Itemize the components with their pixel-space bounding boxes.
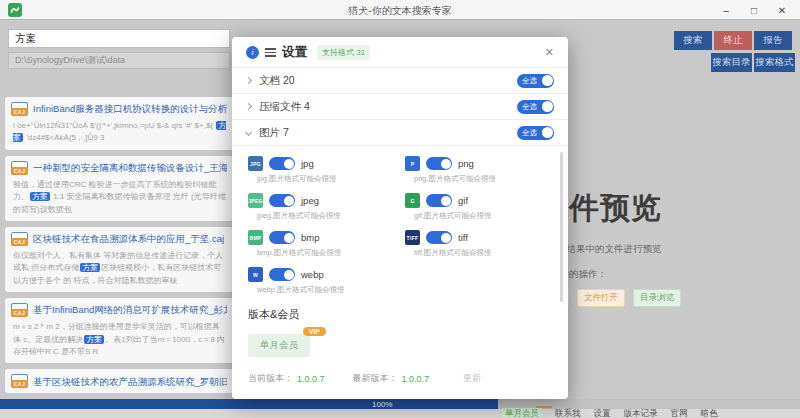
result-snippet: 你仅能对个人、私有集体 等对象的信息传递进行记录，个人或私 但分布式存储方案区块… bbox=[13, 250, 227, 287]
result-title: InfiniBand服务器接口机协议转换的设计与分析_乔楠.caj bbox=[33, 103, 227, 114]
minimize-button[interactable]: – bbox=[712, 0, 740, 20]
format-toggle[interactable] bbox=[426, 231, 452, 244]
search-directory-button[interactable]: 搜索目录 bbox=[711, 53, 752, 72]
toggle-knob bbox=[284, 270, 294, 280]
format-desc: bmp,图片格式可能会很慢 bbox=[257, 248, 387, 258]
search-button[interactable]: 搜索 bbox=[674, 31, 712, 50]
search-path-input[interactable] bbox=[8, 52, 230, 69]
format-file-icon: JPEG bbox=[248, 193, 263, 208]
toggle-knob bbox=[441, 196, 451, 206]
format-section-row[interactable]: 图片 7 全选 bbox=[232, 120, 568, 146]
format-toggle[interactable] bbox=[269, 268, 295, 281]
section-chevron-icon bbox=[245, 103, 252, 110]
maximize-button[interactable]: □ bbox=[740, 0, 768, 20]
file-type-icon-label: CAJ bbox=[11, 309, 28, 317]
preview-title: 文件预览 bbox=[538, 188, 800, 229]
keyword-input[interactable] bbox=[8, 29, 230, 48]
format-item: G gif gif,图片格式可能会很慢 bbox=[405, 193, 544, 221]
format-file-icon: G bbox=[405, 193, 420, 208]
statusbar-item[interactable]: 暗色 bbox=[701, 408, 718, 418]
select-all-toggle[interactable]: 全选 bbox=[517, 74, 554, 88]
search-format-button[interactable]: 搜索格式 bbox=[754, 53, 795, 72]
stop-button[interactable]: 终止 bbox=[714, 31, 752, 50]
format-name: gif bbox=[458, 195, 468, 206]
format-item: P png png,图片格式可能会很慢 bbox=[405, 156, 544, 184]
result-title: 基于区块链技术的农产品溯源系统研究_罗朝旧.caj bbox=[33, 376, 227, 387]
toggle-knob bbox=[542, 75, 553, 86]
format-file-icon: P bbox=[405, 156, 420, 171]
file-type-icon-label: CAJ bbox=[11, 238, 28, 246]
format-toggle[interactable] bbox=[269, 231, 295, 244]
vip-badge: VIP bbox=[303, 327, 326, 336]
title-bar: 猎犬-你的文本搜索专家 – □ ✕ bbox=[0, 0, 800, 20]
result-card[interactable]: CAJ 基于InfiniBand网络的消息可扩展技术研究_彭龙根.caj m＋s… bbox=[5, 298, 233, 363]
preview-ops-row: 预览 文件打开 目录浏览 bbox=[538, 289, 800, 307]
report-button[interactable]: 报告 bbox=[754, 31, 792, 50]
section-chevron-icon bbox=[245, 129, 252, 136]
statusbar-item[interactable]: 设置 bbox=[594, 408, 611, 418]
format-desc: png,图片格式可能会很慢 bbox=[414, 174, 544, 184]
format-item: JPEG jpeg jpeg,图片格式可能会很慢 bbox=[248, 193, 387, 221]
file-type-icon-label: CAJ bbox=[11, 167, 28, 175]
preview-ops-label: 支持的操作： bbox=[550, 268, 800, 281]
format-toggle[interactable] bbox=[426, 194, 452, 207]
result-snippet: 验值，通过使用CRC 检验进一步提高了系统的检验纠错能力。方案 1.1 安全隔离… bbox=[13, 179, 227, 216]
statusbar-item[interactable]: 联系我 bbox=[555, 408, 581, 418]
image-format-grid: JPG jpg jpg,图片格式可能会很慢 P png png,图片格式可能会很… bbox=[232, 146, 568, 295]
result-snippet: m＋s 2＊m 2，分组连接的使用是非常灵活的，可以根据具体 c。定最优的解决方… bbox=[13, 321, 227, 358]
progress-percent: 100% bbox=[372, 400, 392, 409]
statusbar-item[interactable]: 单月会员 bbox=[502, 408, 542, 418]
section-chevron-icon bbox=[245, 77, 252, 84]
format-desc: jpeg,图片格式可能会很慢 bbox=[257, 211, 387, 221]
format-section-row[interactable]: 文档 20 全选 bbox=[232, 68, 568, 94]
format-name: tiff bbox=[458, 232, 468, 243]
toggle-knob bbox=[284, 196, 294, 206]
modal-scrollbar[interactable] bbox=[560, 152, 563, 302]
file-type-icon-label: CAJ bbox=[11, 108, 28, 116]
file-preview-panel: 文件预览 对搜索结果中的文件进行预览 支持的操作： 预览 文件打开 目录浏览 bbox=[538, 188, 800, 307]
result-card[interactable]: CAJ 区块链技术在食品溯源体系中的应用_于坚.caj 你仅能对个人、私有集体 … bbox=[5, 227, 233, 292]
status-bar: 单月会员 联系我 设置 版本记录 官网 暗色 bbox=[0, 409, 800, 418]
close-modal-icon[interactable]: ✕ bbox=[545, 46, 554, 59]
close-window-button[interactable]: ✕ bbox=[768, 0, 796, 20]
select-all-toggle[interactable]: 全选 bbox=[517, 126, 554, 140]
select-all-toggle-label: 全选 bbox=[522, 128, 537, 138]
format-file-icon: BMP bbox=[248, 230, 263, 245]
modal-title: 设置 bbox=[282, 44, 307, 61]
toggle-knob bbox=[441, 233, 451, 243]
result-card[interactable]: CAJ 基于区块链技术的农产品溯源系统研究_罗朝旧.caj bbox=[5, 369, 233, 393]
op-tag[interactable]: 文件打开 bbox=[577, 289, 625, 307]
format-name: jpeg bbox=[301, 195, 319, 206]
keyword-highlight: 方案 bbox=[84, 335, 104, 344]
format-toggle[interactable] bbox=[426, 157, 452, 170]
op-tag[interactable]: 目录浏览 bbox=[633, 289, 681, 307]
toggle-knob bbox=[441, 159, 451, 169]
format-name: png bbox=[458, 158, 474, 169]
format-section-row[interactable]: 压缩文件 4 全选 bbox=[232, 94, 568, 120]
caj-file-icon: CAJ bbox=[11, 102, 28, 116]
toggle-knob bbox=[284, 233, 294, 243]
result-card[interactable]: CAJ 一种新型的安全隔离和数据传输设备设计_王海洋.caj 验值，通过使用CR… bbox=[5, 156, 233, 221]
format-toggle[interactable] bbox=[269, 157, 295, 170]
select-all-toggle-label: 全选 bbox=[522, 76, 537, 86]
format-toggle[interactable] bbox=[269, 194, 295, 207]
keyword-highlight: 方案 bbox=[80, 263, 100, 272]
result-card[interactable]: CAJ InfiniBand服务器接口机协议转换的设计与分析_乔楠.caj i … bbox=[5, 97, 233, 150]
format-name: bmp bbox=[301, 232, 319, 243]
latest-version-value: 1.0.0.7 bbox=[402, 374, 430, 384]
file-type-icon-label: CAJ bbox=[11, 380, 28, 388]
statusbar-item[interactable]: 版本记录 bbox=[624, 408, 658, 418]
result-title: 区块链技术在食品溯源体系中的应用_于坚.caj bbox=[33, 233, 224, 244]
update-link[interactable]: 更新 bbox=[463, 372, 481, 385]
monthly-member-button[interactable]: 单月会员 VIP bbox=[248, 334, 310, 357]
format-file-icon: JPG bbox=[248, 156, 263, 171]
settings-modal: i 设置 支持格式 31 ✕ 文档 20 全选 压缩文件 4 全选 图片 7 全… bbox=[232, 37, 568, 399]
select-all-toggle[interactable]: 全选 bbox=[517, 100, 554, 114]
format-item: JPG jpg jpg,图片格式可能会很慢 bbox=[248, 156, 387, 184]
monthly-member-label: 单月会员 bbox=[260, 339, 298, 350]
result-title: 一种新型的安全隔离和数据传输设备设计_王海洋.caj bbox=[33, 162, 227, 173]
info-icon: i bbox=[246, 46, 259, 59]
toggle-knob bbox=[284, 159, 294, 169]
statusbar-item[interactable]: 官网 bbox=[671, 408, 688, 418]
progress-fill bbox=[0, 399, 498, 409]
